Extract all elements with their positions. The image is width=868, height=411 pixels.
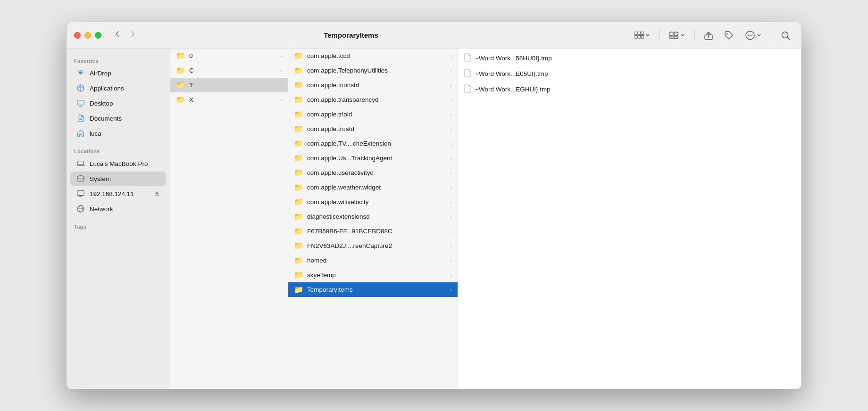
list-item[interactable]: 📁com.apple.useractivityd› (288, 165, 458, 180)
svg-point-13 (748, 34, 749, 35)
group-button[interactable] (666, 30, 689, 41)
sidebar-item-ip-label: 192.168.124.11 (90, 190, 148, 197)
svg-rect-22 (78, 161, 84, 165)
documents-icon (76, 114, 85, 123)
airdrop-icon (76, 68, 85, 78)
svg-rect-7 (674, 32, 678, 36)
svg-rect-4 (638, 35, 641, 38)
chevron-icon: › (280, 82, 282, 88)
sidebar-item-desktop[interactable]: Desktop (70, 96, 166, 110)
column2-item-label: com.apple.useractivityd (307, 169, 446, 176)
list-item[interactable]: 📁com.apple.TV....cheExtension› (288, 136, 458, 151)
more-button[interactable] (741, 28, 765, 42)
chevron-icon: › (450, 287, 452, 293)
folder-icon: 📁 (294, 124, 303, 133)
list-item[interactable]: 📁com.apple.touristd› (288, 78, 458, 92)
sidebar-item-network[interactable]: Network (70, 202, 166, 216)
list-item[interactable]: 📁 T › (170, 78, 288, 92)
applications-icon (76, 83, 85, 93)
search-button[interactable] (777, 29, 794, 42)
folder-icon: 📁 (294, 110, 303, 119)
close-button[interactable] (74, 32, 81, 39)
sidebar-item-documents[interactable]: Documents (70, 111, 166, 125)
list-item[interactable]: 📁 0 › (170, 49, 288, 63)
desktop-icon (76, 99, 85, 108)
tags-label: Tags (67, 220, 170, 231)
list-item[interactable]: 📁com.apple.TelephonyUtilities› (288, 63, 458, 78)
list-item[interactable]: ~Word Work...E05UI}.tmp (458, 66, 801, 82)
chevron-icon: › (450, 214, 452, 220)
sidebar-item-airdrop-label: AirDrop (90, 70, 160, 77)
column2-item-label: com.apple.trustd (307, 125, 446, 132)
list-item[interactable]: 📁skyeTemp› (288, 268, 458, 282)
list-item[interactable]: 📁com.apple.wifivelocity› (288, 195, 458, 209)
svg-rect-5 (641, 35, 644, 38)
sidebar-item-home[interactable]: luca (70, 126, 166, 140)
list-item[interactable]: ~Word Work...56HU0I}.tmp (458, 50, 801, 66)
eject-button[interactable] (154, 190, 160, 198)
sidebar: Favorites AirDrop (67, 49, 170, 389)
column2-item-label: homed (307, 257, 446, 264)
list-item[interactable]: 📁com.apple.weather.widget› (288, 180, 458, 195)
sidebar-item-ip[interactable]: 192.168.124.11 (70, 187, 166, 201)
list-item[interactable]: 📁com.apple.Us...TrackingAgent› (288, 151, 458, 165)
back-button[interactable] (111, 28, 124, 42)
list-item[interactable]: 📁 X › (170, 92, 288, 107)
folder-icon: 📁 (176, 66, 185, 75)
list-item[interactable]: 📁com.apple.transparencyd› (288, 92, 458, 107)
column-2: 📁com.apple.tccd›📁com.apple.TelephonyUtil… (288, 49, 458, 389)
svg-point-15 (751, 34, 752, 35)
list-item[interactable]: 📁com.apple.trustd› (288, 122, 458, 136)
list-item[interactable]: 📁FN2V63AD2J....reenCapture2› (288, 238, 458, 253)
list-item[interactable]: 📁diagnosticextensionsd› (288, 209, 458, 224)
minimize-button[interactable] (84, 32, 91, 39)
file-icon (464, 69, 471, 79)
file-icon (464, 53, 471, 63)
column3-item-label: ~Word Work...EGHUI}.tmp (475, 86, 795, 93)
chevron-icon: › (450, 112, 452, 117)
folder-icon: 📁 (294, 285, 303, 294)
view-toggle-button[interactable] (631, 30, 654, 41)
sidebar-item-system[interactable]: System (70, 172, 166, 186)
svg-rect-9 (674, 37, 678, 39)
column2-item-label: com.apple.wifivelocity (307, 198, 446, 206)
chevron-icon: › (450, 53, 452, 59)
column2-item-label: com.apple.TelephonyUtilities (307, 67, 446, 74)
sidebar-item-airdrop[interactable]: AirDrop (70, 66, 166, 80)
chevron-icon: › (450, 82, 452, 88)
svg-point-23 (77, 176, 84, 179)
folder-icon: 📁 (294, 241, 303, 250)
tag-button[interactable] (720, 29, 737, 42)
list-item[interactable]: 📁TemporaryItems› (288, 282, 458, 297)
chevron-icon: › (450, 229, 452, 234)
chevron-icon: › (450, 68, 452, 74)
svg-rect-24 (77, 191, 84, 196)
folder-icon: 📁 (294, 95, 303, 104)
forward-button[interactable] (126, 28, 139, 42)
folder-icon: 📁 (294, 66, 303, 75)
list-item[interactable]: 📁F67B59B6-FF...91BCEBD88C› (288, 224, 458, 238)
folder-icon: 📁 (294, 227, 303, 236)
sidebar-item-applications[interactable]: Applications (70, 81, 166, 95)
toolbar-divider-3 (771, 30, 771, 41)
chevron-icon: › (450, 97, 452, 103)
maximize-button[interactable] (95, 32, 101, 39)
list-item[interactable]: ~Word Work...EGHUI}.tmp (458, 82, 801, 97)
titlebar: TemporaryItems (67, 22, 801, 49)
list-item[interactable]: 📁com.apple.triald› (288, 107, 458, 122)
column-3: ~Word Work...56HU0I}.tmp~Word Work...E05… (458, 49, 801, 389)
svg-line-17 (787, 37, 790, 40)
list-item[interactable]: 📁homed› (288, 253, 458, 268)
share-button[interactable] (701, 29, 717, 42)
sidebar-item-macbook[interactable]: Luca's MacBook Pro (70, 156, 166, 171)
finder-window: TemporaryItems (66, 22, 802, 389)
column2-item-label: com.apple.tccd (307, 52, 446, 59)
sidebar-item-network-label: Network (90, 206, 160, 213)
list-item[interactable]: 📁 C › (170, 63, 288, 78)
sidebar-item-documents-label: Documents (90, 115, 160, 122)
column2-item-label: com.apple.TV....cheExtension (307, 140, 446, 147)
svg-rect-3 (634, 35, 637, 38)
svg-rect-1 (638, 32, 641, 34)
sidebar-item-applications-label: Applications (90, 85, 160, 92)
list-item[interactable]: 📁com.apple.tccd› (288, 49, 458, 63)
